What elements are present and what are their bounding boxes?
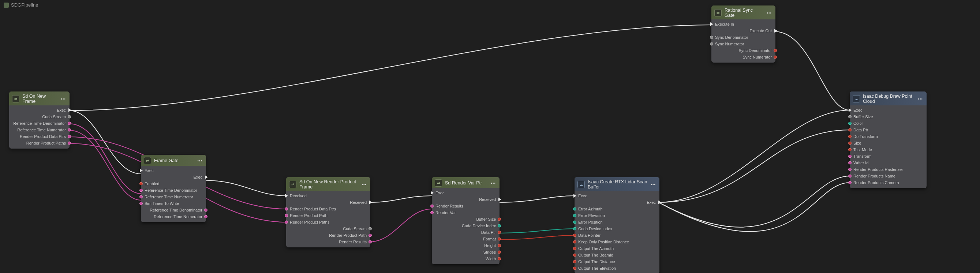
port-received-out[interactable]: Received xyxy=(286,199,370,206)
port-label: Test Mode xyxy=(853,148,872,152)
port-received-in[interactable]: Received xyxy=(286,192,370,199)
port-format-out[interactable]: Format xyxy=(432,236,500,242)
port-transform-in[interactable]: Transform xyxy=(850,153,927,160)
node-sd-on-new-frame[interactable]: ⇄ Sd On New Frame ••• Exec Cuda Stream R… xyxy=(9,92,70,149)
port-cuda-idx-in[interactable]: Cuda Device Index xyxy=(574,225,659,232)
port-enabled-in[interactable]: Enabled xyxy=(141,180,206,187)
port-exec-in[interactable]: Exec xyxy=(574,192,659,199)
port-cuda-stream-out[interactable]: Cuda Stream xyxy=(286,225,370,232)
port-execute-in[interactable]: Execute In xyxy=(711,21,775,27)
port-height-out[interactable]: Height xyxy=(432,242,500,249)
port-cuda-stream-out[interactable]: Cuda Stream xyxy=(9,113,70,120)
port-error-position-in[interactable]: Error Position xyxy=(574,219,659,225)
port-keep-pos-dist-in[interactable]: Keep Only Positive Distance xyxy=(574,239,659,245)
port-label: Format xyxy=(483,237,496,241)
port-exec-out[interactable]: Exec xyxy=(9,107,70,113)
port-rp-camera-in[interactable]: Render Products Camera xyxy=(850,179,927,186)
port-ref-time-denom-out[interactable]: Reference Time Denominator xyxy=(9,120,70,127)
port-exec-out[interactable]: Exec xyxy=(574,199,659,206)
node-header[interactable]: ⇄ Sd On New Render Product Frame ••• xyxy=(286,177,370,191)
node-header[interactable]: ☁ Isaac Debug Draw Point Cloud ••• xyxy=(850,92,927,105)
port-error-elevation-in[interactable]: Error Elevation xyxy=(574,212,659,219)
port-buffer-size-in[interactable]: Buffer Size xyxy=(850,113,927,120)
node-header[interactable]: ⇄ Sd Render Var Ptr ••• xyxy=(432,177,500,188)
port-rp-path-in[interactable]: Render Product Path xyxy=(286,212,370,219)
port-out-distance-in[interactable]: Output The Distance xyxy=(574,259,659,265)
port-error-azimuth-in[interactable]: Error Azimuth xyxy=(574,206,659,212)
port-cuda-idx-out[interactable]: Cuda Device Index xyxy=(432,222,500,229)
port-size-in[interactable]: Size xyxy=(850,140,927,146)
port-width-out[interactable]: Width xyxy=(432,256,500,262)
node-header[interactable]: ⇄ Rational Sync Gate ••• xyxy=(711,5,775,19)
node-header[interactable]: ⇄ Frame Gate ••• xyxy=(141,155,206,166)
node-frame-gate[interactable]: ⇄ Frame Gate ••• Exec Exec Enabled Refer… xyxy=(141,155,206,222)
ellipsis-icon[interactable]: ••• xyxy=(767,11,772,15)
node-title: Isaac Create RTX Lidar Scan Buffer xyxy=(588,179,648,190)
ellipsis-icon[interactable]: ••• xyxy=(651,183,656,187)
port-ref-time-numer-in[interactable]: Reference Time Numerator xyxy=(141,194,206,200)
port-out-azimuth-in[interactable]: Output The Azimuth xyxy=(574,245,659,252)
port-label: Strides xyxy=(484,250,496,254)
port-strides-out[interactable]: Strides xyxy=(432,249,500,256)
node-isaac-create-rtx[interactable]: ☁ Isaac Create RTX Lidar Scan Buffer •••… xyxy=(574,177,659,273)
ellipsis-icon[interactable]: ••• xyxy=(491,181,496,185)
port-ref-time-numer-out[interactable]: Reference Time Numerator xyxy=(141,213,206,220)
port-label: Cuda Device Index xyxy=(578,227,612,231)
breadcrumb[interactable]: SDGPipeline xyxy=(4,2,38,8)
port-rp-rasterizer-in[interactable]: Render Products Rasterizer xyxy=(850,166,927,173)
port-sync-numer-out[interactable]: Sync Numerator xyxy=(711,54,775,60)
port-label: Exec xyxy=(57,108,66,112)
port-data-pointer-in[interactable]: Data Pointer xyxy=(574,232,659,239)
port-rp-data-ptrs-in[interactable]: Render Product Data Ptrs xyxy=(286,206,370,212)
port-execute-out[interactable]: Execute Out xyxy=(711,27,775,34)
node-header[interactable]: ☁ Isaac Create RTX Lidar Scan Buffer ••• xyxy=(574,177,659,191)
node-sd-on-new-rpf[interactable]: ⇄ Sd On New Render Product Frame ••• Rec… xyxy=(286,177,370,248)
port-rp-name-in[interactable]: Render Products Name xyxy=(850,173,927,179)
port-do-transform-in[interactable]: Do Transform xyxy=(850,133,927,140)
port-out-elevation-in[interactable]: Output The Elevation xyxy=(574,265,659,271)
port-rparticulier-paths-in[interactable]: Render Product Paths xyxy=(286,219,370,225)
port-exec-out[interactable]: Exec xyxy=(141,174,206,180)
port-label: Exec xyxy=(578,194,587,198)
port-test-mode-in[interactable]: Test Mode xyxy=(850,146,927,153)
port-label: Received xyxy=(479,197,496,202)
port-render-results-out[interactable]: Render Results xyxy=(286,239,370,245)
port-rp-path-out[interactable]: Render Product Path xyxy=(286,232,370,239)
port-label: Sim Times To Write xyxy=(145,201,179,206)
port-ref-time-denom-out[interactable]: Reference Time Denominator xyxy=(141,207,206,213)
port-sim-times-in[interactable]: Sim Times To Write xyxy=(141,200,206,207)
ellipsis-icon[interactable]: ••• xyxy=(918,97,923,101)
port-label: Keep Only Positive Distance xyxy=(578,240,629,244)
port-sync-denom-in[interactable]: Sync Denominator xyxy=(711,34,775,41)
port-exec-in[interactable]: Exec xyxy=(141,167,206,174)
port-label: Reference Time Denominator xyxy=(145,188,197,192)
ellipsis-icon[interactable]: ••• xyxy=(361,183,367,187)
node-title: Rational Sync Gate xyxy=(725,8,764,18)
port-data-ptr-out[interactable]: Data Ptr xyxy=(432,229,500,236)
port-out-beamid-in[interactable]: Output The BeamId xyxy=(574,252,659,259)
port-ref-time-denom-in[interactable]: Reference Time Denominator xyxy=(141,187,206,194)
port-render-results-in[interactable]: Render Results xyxy=(432,203,500,210)
port-writer-id-in[interactable]: Writer Id xyxy=(850,160,927,166)
port-exec-in[interactable]: Exec xyxy=(432,190,500,196)
node-header[interactable]: ⇄ Sd On New Frame ••• xyxy=(9,92,70,105)
port-received-out[interactable]: Received xyxy=(432,196,500,203)
port-label: Reference Time Numerator xyxy=(154,214,202,219)
port-label: Render Product Path xyxy=(329,233,367,238)
port-render-var-in[interactable]: Render Var xyxy=(432,210,500,216)
port-label: Cuda Stream xyxy=(42,114,66,119)
node-isaac-debug-draw[interactable]: ☁ Isaac Debug Draw Point Cloud ••• Exec … xyxy=(850,92,927,188)
ellipsis-icon[interactable]: ••• xyxy=(197,159,202,163)
node-rational-sync-gate[interactable]: ⇄ Rational Sync Gate ••• Execute In Exec… xyxy=(711,5,775,63)
port-ref-time-numer-out[interactable]: Reference Time Numerator xyxy=(9,127,70,133)
port-color-in[interactable]: Color xyxy=(850,120,927,127)
port-exec-in[interactable]: Exec xyxy=(850,107,927,113)
ellipsis-icon[interactable]: ••• xyxy=(61,97,66,101)
port-rp-data-ptrs-out[interactable]: Render Product Data Ptrs xyxy=(9,133,70,140)
port-sync-numer-in[interactable]: Sync Numerator xyxy=(711,41,775,47)
port-sync-denom-out[interactable]: Sync Denominator xyxy=(711,47,775,54)
port-buffer-size-out[interactable]: Buffer Size xyxy=(432,216,500,222)
port-data-ptr-in[interactable]: Data Ptr xyxy=(850,127,927,133)
node-sd-render-var-ptr[interactable]: ⇄ Sd Render Var Ptr ••• Exec Received Re… xyxy=(432,177,500,264)
port-rp-paths-out[interactable]: Render Product Paths xyxy=(9,140,70,146)
